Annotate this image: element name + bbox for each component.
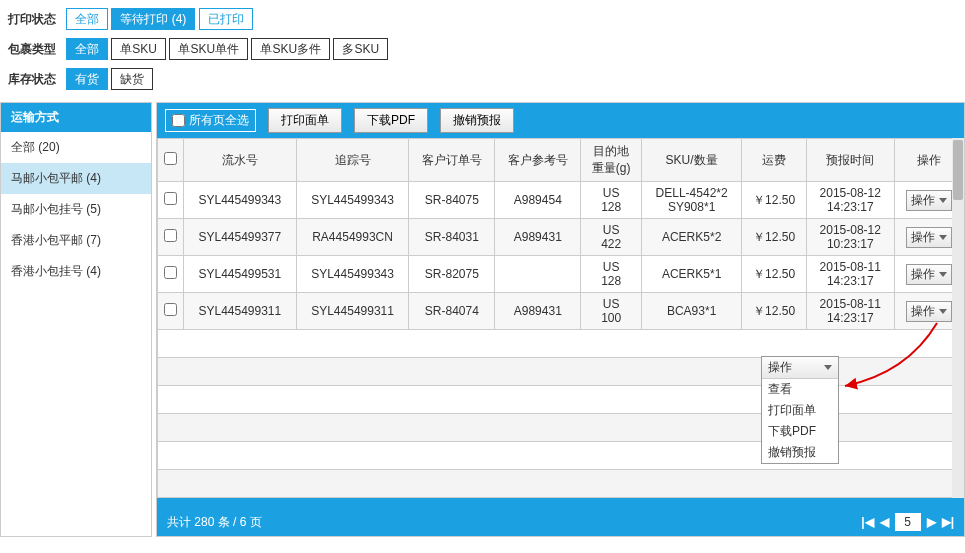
sidebar-item[interactable]: 香港小包平邮 (7) — [1, 225, 151, 256]
last-page-icon[interactable]: ▶| — [942, 515, 954, 529]
cell: SYL445499531 — [184, 256, 297, 293]
cell: SR-84074 — [409, 293, 495, 330]
column-header — [158, 139, 184, 182]
pager: 共计 280 条 / 6 页 |◀ ◀ ▶ ▶| — [157, 508, 964, 536]
empty-row — [158, 470, 964, 498]
operation-button[interactable]: 操作 — [906, 301, 952, 322]
filter-package-type: 包裹类型 全部 单SKU 单SKU单件 单SKU多件 多SKU — [8, 38, 957, 60]
cell: US100 — [581, 293, 642, 330]
filter-option[interactable]: 有货 — [66, 68, 108, 90]
table-row: SYL445499311SYL445499311SR-84074A989431U… — [158, 293, 964, 330]
chevron-down-icon — [824, 365, 832, 370]
table-row: SYL445499343SYL445499343SR-84075A989454U… — [158, 182, 964, 219]
operation-button[interactable]: 操作 — [906, 190, 952, 211]
column-header: 客户订单号 — [409, 139, 495, 182]
filter-option[interactable]: 全部 — [66, 38, 108, 60]
sidebar-item[interactable]: 全部 (20) — [1, 132, 151, 163]
toolbar: 所有页全选 打印面单 下载PDF 撤销预报 — [157, 103, 964, 138]
cell: SR-84031 — [409, 219, 495, 256]
download-pdf-button[interactable]: 下载PDF — [354, 108, 428, 133]
sidebar-item[interactable]: 香港小包挂号 (4) — [1, 256, 151, 287]
operation-button[interactable]: 操作 — [906, 264, 952, 285]
filter-print-status: 打印状态 全部 等待打印 (4) 已打印 — [8, 8, 957, 30]
cell: ￥12.50 — [742, 219, 807, 256]
content-panel: 所有页全选 打印面单 下载PDF 撤销预报 流水号追踪号客户订单号客户参考号目的… — [156, 102, 965, 537]
cell: A989431 — [495, 219, 581, 256]
cell: SYL445499343 — [184, 182, 297, 219]
cell — [495, 256, 581, 293]
chevron-down-icon — [939, 235, 947, 240]
row-checkbox[interactable] — [164, 303, 177, 316]
next-page-icon[interactable]: ▶ — [927, 515, 936, 529]
sidebar-item[interactable]: 马邮小包挂号 (5) — [1, 194, 151, 225]
cell: ACERK5*2 — [642, 219, 742, 256]
table-scroll[interactable]: 流水号追踪号客户订单号客户参考号目的地重量(g)SKU/数量运费预报时间操作 S… — [157, 138, 964, 498]
dropdown-item[interactable]: 打印面单 — [762, 400, 838, 421]
page-input[interactable] — [895, 513, 921, 531]
sidebar-header: 运输方式 — [1, 103, 151, 132]
dropdown-item[interactable]: 下载PDF — [762, 421, 838, 442]
cell — [158, 182, 184, 219]
header-checkbox[interactable] — [164, 152, 177, 165]
filter-option[interactable]: 单SKU — [111, 38, 166, 60]
filter-option[interactable]: 单SKU多件 — [251, 38, 330, 60]
empty-row — [158, 414, 964, 442]
cancel-forecast-button[interactable]: 撤销预报 — [440, 108, 514, 133]
dropdown-toggle[interactable]: 操作 — [762, 357, 838, 379]
cell: A989454 — [495, 182, 581, 219]
column-header: 运费 — [742, 139, 807, 182]
select-all-pages[interactable]: 所有页全选 — [165, 109, 256, 132]
cell: US128 — [581, 256, 642, 293]
print-button[interactable]: 打印面单 — [268, 108, 342, 133]
select-all-checkbox[interactable] — [172, 114, 185, 127]
column-header: 预报时间 — [806, 139, 894, 182]
filter-option[interactable]: 全部 — [66, 8, 108, 30]
prev-page-icon[interactable]: ◀ — [880, 515, 889, 529]
cell: ACERK5*1 — [642, 256, 742, 293]
cell — [158, 219, 184, 256]
cell: DELL-4542*2SY908*1 — [642, 182, 742, 219]
table-row: SYL445499531SYL445499343SR-82075US128ACE… — [158, 256, 964, 293]
column-header: SKU/数量 — [642, 139, 742, 182]
filters-panel: 打印状态 全部 等待打印 (4) 已打印 包裹类型 全部 单SKU 单SKU单件… — [0, 0, 965, 102]
cell: 2015-08-1114:23:17 — [806, 256, 894, 293]
cell: SYL445499343 — [296, 256, 409, 293]
row-checkbox[interactable] — [164, 229, 177, 242]
filter-option[interactable]: 等待打印 (4) — [111, 8, 195, 30]
data-table: 流水号追踪号客户订单号客户参考号目的地重量(g)SKU/数量运费预报时间操作 S… — [157, 138, 964, 498]
column-header: 客户参考号 — [495, 139, 581, 182]
filter-option[interactable]: 已打印 — [199, 8, 253, 30]
cell: ￥12.50 — [742, 293, 807, 330]
cell — [158, 293, 184, 330]
vertical-scrollbar[interactable] — [952, 138, 964, 498]
cell: RA4454993CN — [296, 219, 409, 256]
cell: SYL445499311 — [184, 293, 297, 330]
column-header: 流水号 — [184, 139, 297, 182]
filter-option[interactable]: 单SKU单件 — [169, 38, 248, 60]
first-page-icon[interactable]: |◀ — [861, 515, 873, 529]
column-header: 目的地重量(g) — [581, 139, 642, 182]
empty-row — [158, 330, 964, 358]
cell: ￥12.50 — [742, 256, 807, 293]
row-checkbox[interactable] — [164, 266, 177, 279]
cell: BCA93*1 — [642, 293, 742, 330]
cell: SYL445499343 — [296, 182, 409, 219]
row-checkbox[interactable] — [164, 192, 177, 205]
filter-option[interactable]: 缺货 — [111, 68, 153, 90]
horizontal-scrollbar[interactable] — [157, 498, 964, 508]
dropdown-item[interactable]: 撤销预报 — [762, 442, 838, 463]
cell: ￥12.50 — [742, 182, 807, 219]
filter-stock-status: 库存状态 有货 缺货 — [8, 68, 957, 90]
operation-button[interactable]: 操作 — [906, 227, 952, 248]
filter-option[interactable]: 多SKU — [333, 38, 388, 60]
scrollbar-thumb[interactable] — [953, 140, 963, 200]
filter-label: 打印状态 — [8, 11, 56, 28]
cell: SYL445499377 — [184, 219, 297, 256]
filter-label: 包裹类型 — [8, 41, 56, 58]
empty-row — [158, 386, 964, 414]
sidebar-item[interactable]: 马邮小包平邮 (4) — [1, 163, 151, 194]
cell: US128 — [581, 182, 642, 219]
dropdown-item[interactable]: 查看 — [762, 379, 838, 400]
chevron-down-icon — [939, 272, 947, 277]
chevron-down-icon — [939, 198, 947, 203]
